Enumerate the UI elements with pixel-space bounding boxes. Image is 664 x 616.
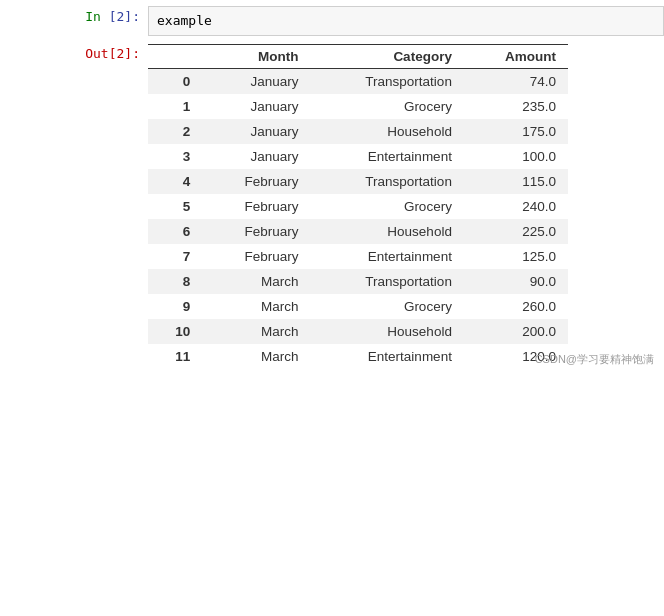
cell-amount: 225.0 <box>464 219 568 244</box>
cell-amount: 90.0 <box>464 269 568 294</box>
table-row: 11MarchEntertainment120.0 <box>148 344 568 369</box>
watermark-text: CSDN@学习要精神饱满 <box>535 352 654 367</box>
col-header-amount: Amount <box>464 45 568 69</box>
table-row: 1JanuaryGrocery235.0 <box>148 94 568 119</box>
output-cell: Out[2]: Month Category Amount 0JanuaryTr… <box>0 40 664 373</box>
notebook-container: In [2]: example Out[2]: Month Category A… <box>0 0 664 373</box>
cell-category: Grocery <box>310 294 463 319</box>
table-row: 6FebruaryHousehold225.0 <box>148 219 568 244</box>
cell-category: Entertainment <box>310 144 463 169</box>
cell-month: March <box>202 344 310 369</box>
cell-month: February <box>202 244 310 269</box>
cell-month: January <box>202 144 310 169</box>
cell-month: March <box>202 269 310 294</box>
cell-category: Grocery <box>310 194 463 219</box>
cell-amount: 100.0 <box>464 144 568 169</box>
table-row: 2JanuaryHousehold175.0 <box>148 119 568 144</box>
cell-index: 2 <box>148 119 202 144</box>
cell-amount: 235.0 <box>464 94 568 119</box>
input-cell: In [2]: example <box>0 0 664 40</box>
cell-category: Household <box>310 119 463 144</box>
cell-month: February <box>202 194 310 219</box>
cell-amount: 125.0 <box>464 244 568 269</box>
table-row: 7FebruaryEntertainment125.0 <box>148 244 568 269</box>
cell-amount: 240.0 <box>464 194 568 219</box>
cell-index: 0 <box>148 69 202 95</box>
cell-index: 7 <box>148 244 202 269</box>
cell-month: March <box>202 319 310 344</box>
cell-category: Transportation <box>310 169 463 194</box>
col-header-month: Month <box>202 45 310 69</box>
cell-month: February <box>202 169 310 194</box>
bracket-close: ]: <box>124 9 140 24</box>
table-row: 10MarchHousehold200.0 <box>148 319 568 344</box>
cell-category: Transportation <box>310 269 463 294</box>
cell-index: 3 <box>148 144 202 169</box>
cell-index: 9 <box>148 294 202 319</box>
cell-index: 5 <box>148 194 202 219</box>
in-text: In <box>85 9 101 24</box>
cell-index: 4 <box>148 169 202 194</box>
cell-category: Household <box>310 319 463 344</box>
output-content: Month Category Amount 0JanuaryTransporta… <box>148 44 664 369</box>
cell-category: Transportation <box>310 69 463 95</box>
cell-amount: 175.0 <box>464 119 568 144</box>
cell-amount: 115.0 <box>464 169 568 194</box>
cell-category: Entertainment <box>310 344 463 369</box>
cell-month: January <box>202 119 310 144</box>
cell-category: Entertainment <box>310 244 463 269</box>
cell-amount: 74.0 <box>464 69 568 95</box>
input-label: In [2]: <box>0 6 148 28</box>
cell-month: February <box>202 219 310 244</box>
table-row: 4FebruaryTransportation115.0 <box>148 169 568 194</box>
cell-month: January <box>202 69 310 95</box>
table-row: 9MarchGrocery260.0 <box>148 294 568 319</box>
cell-index: 6 <box>148 219 202 244</box>
output-label: Out[2]: <box>0 44 148 61</box>
bracket-open: [ <box>109 9 117 24</box>
col-header-category: Category <box>310 45 463 69</box>
code-input[interactable]: example <box>148 6 664 36</box>
table-row: 5FebruaryGrocery240.0 <box>148 194 568 219</box>
code-text: example <box>157 13 212 28</box>
cell-index: 1 <box>148 94 202 119</box>
cell-amount: 260.0 <box>464 294 568 319</box>
cell-index: 10 <box>148 319 202 344</box>
table-row: 0JanuaryTransportation74.0 <box>148 69 568 95</box>
table-body: 0JanuaryTransportation74.01JanuaryGrocer… <box>148 69 568 370</box>
cell-amount: 200.0 <box>464 319 568 344</box>
cell-month: January <box>202 94 310 119</box>
data-table: Month Category Amount 0JanuaryTransporta… <box>148 44 568 369</box>
cell-month: March <box>202 294 310 319</box>
cell-index: 11 <box>148 344 202 369</box>
cell-category: Household <box>310 219 463 244</box>
table-row: 8MarchTransportation90.0 <box>148 269 568 294</box>
cell-category: Grocery <box>310 94 463 119</box>
table-row: 3JanuaryEntertainment100.0 <box>148 144 568 169</box>
col-header-index <box>148 45 202 69</box>
cell-index: 8 <box>148 269 202 294</box>
table-header-row: Month Category Amount <box>148 45 568 69</box>
